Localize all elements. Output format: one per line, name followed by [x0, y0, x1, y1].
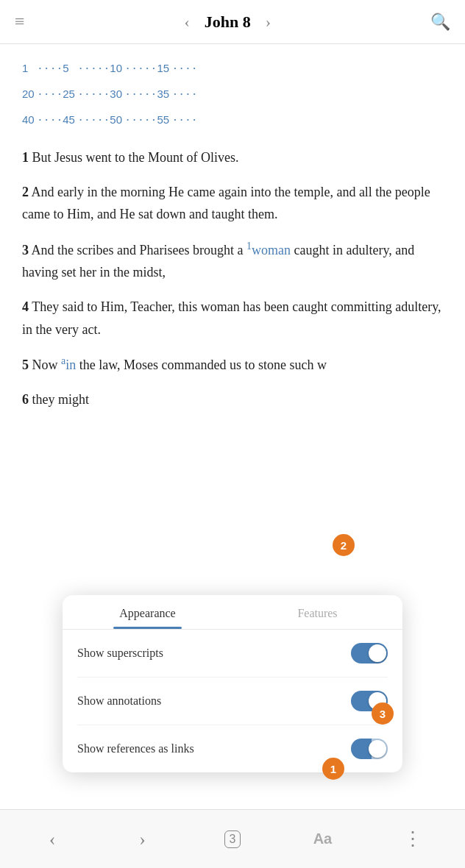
setting-annotations-label: Show annotations — [77, 694, 161, 708]
nav-arrows: ‹ John 8 › — [184, 13, 271, 32]
bottom-navigation: ‹ › 3 Aa ⋮ — [0, 809, 465, 868]
toggle-references[interactable] — [351, 739, 388, 759]
verse-num-30[interactable]: 30 — [110, 82, 124, 106]
verse-5: 5 Now ain the law, Moses commanded us to… — [22, 352, 443, 377]
verse-num-45[interactable]: 45 — [63, 107, 77, 132]
verse-1: 1 But Jesus went to the Mount of Olives. — [22, 146, 443, 169]
menu-icon[interactable]: ≡ — [15, 12, 25, 32]
badge-2: 2 — [333, 534, 355, 556]
verse-4: 4 They said to Him, Teacher, this woman … — [22, 296, 443, 341]
verse-num-10[interactable]: 10 — [110, 56, 124, 80]
nav-chapter-button[interactable]: 3 — [188, 810, 277, 868]
setting-superscripts: Show superscripts — [77, 630, 388, 677]
verse-3: 3 And the scribes and Pharisees brought … — [22, 238, 443, 284]
tab-features[interactable]: Features — [232, 595, 402, 629]
chapter-badge: 3 — [224, 830, 241, 848]
verse-num-50[interactable]: 50 — [110, 107, 124, 132]
setting-references-label: Show references as links — [77, 742, 194, 755]
verse-number-4: 4 — [22, 299, 29, 314]
verse-text-2: And early in the morning He came again i… — [22, 185, 430, 222]
nav-font-button[interactable]: Aa — [277, 810, 367, 868]
popup-settings: Show superscripts Show annotations Show … — [63, 630, 402, 772]
verse-num-35[interactable]: 35 — [157, 82, 171, 106]
toggle-references-knob — [369, 740, 386, 758]
verse-num-55[interactable]: 55 — [157, 107, 171, 132]
setting-superscripts-label: Show superscripts — [77, 647, 163, 660]
verse-number-6: 6 — [22, 392, 29, 407]
font-icon: Aa — [313, 830, 333, 847]
nav-forward-button[interactable]: › — [97, 810, 187, 868]
verse-number-5: 5 — [22, 357, 29, 372]
setting-annotations: Show annotations — [77, 677, 388, 725]
verse-num-5[interactable]: 5 — [63, 56, 77, 80]
verse-nav-row-1: 1 •••• 5 ••••• 10 ••••• 15 •••• — [22, 56, 443, 80]
verse-nav-row-3: 40 •••• 45 ••••• 50 ••••• 55 •••• — [22, 107, 443, 132]
badge-1: 1 — [322, 758, 344, 780]
verse-number-3: 3 — [22, 243, 29, 257]
verse-text-5b: the law, Moses commanded us to stone suc… — [76, 357, 327, 372]
toggle-superscripts[interactable] — [351, 643, 388, 664]
verse-5-in-link[interactable]: in — [65, 357, 76, 372]
verse-num-20[interactable]: 20 — [22, 82, 37, 106]
chapter-title: John 8 — [205, 13, 251, 32]
back-icon: ‹ — [49, 828, 56, 850]
verse-number-1: 1 — [22, 150, 29, 165]
badge-3: 3 — [372, 702, 394, 725]
verse-text-1: But Jesus went to the Mount of Olives. — [32, 150, 239, 165]
next-chapter-icon[interactable]: › — [266, 13, 271, 32]
verse-number-2: 2 — [22, 185, 29, 199]
more-icon: ⋮ — [403, 828, 422, 850]
forward-icon: › — [139, 828, 146, 850]
nav-back-button[interactable]: ‹ — [7, 810, 97, 868]
nav-more-button[interactable]: ⋮ — [368, 810, 458, 868]
bible-text: 1 But Jesus went to the Mount of Olives.… — [0, 139, 465, 410]
top-navigation: ≡ ‹ John 8 › 🔍 — [0, 0, 465, 44]
verse-num-40[interactable]: 40 — [22, 107, 37, 132]
toggle-superscripts-knob — [369, 644, 386, 662]
footnote-1[interactable]: 1 — [246, 241, 252, 252]
verse-navigator: 1 •••• 5 ••••• 10 ••••• 15 •••• 20 •••• … — [0, 44, 465, 139]
verse-3-woman-link[interactable]: woman — [252, 243, 291, 257]
verse-num-25[interactable]: 25 — [63, 82, 77, 106]
verse-text-5a: Now — [32, 357, 62, 372]
popup-tabs: Appearance Features — [63, 595, 402, 630]
verse-num-1[interactable]: 1 — [22, 56, 37, 80]
verse-nav-row-2: 20 •••• 25 ••••• 30 ••••• 35 •••• — [22, 82, 443, 106]
verse-6: 6 they might — [22, 388, 443, 411]
prev-chapter-icon[interactable]: ‹ — [184, 13, 189, 32]
verse-2: 2 And early in the morning He came again… — [22, 181, 443, 226]
verse-text-6: they might — [32, 392, 90, 407]
verse-text-4: They said to Him, Teacher, this woman ha… — [22, 299, 441, 337]
tab-appearance[interactable]: Appearance — [63, 595, 232, 629]
search-icon[interactable]: 🔍 — [430, 13, 450, 32]
verse-num-15[interactable]: 15 — [157, 56, 171, 80]
verse-text-3a: And the scribes and Pharisees brought a — [32, 243, 246, 257]
appearance-panel: Appearance Features Show superscripts Sh… — [63, 595, 402, 772]
